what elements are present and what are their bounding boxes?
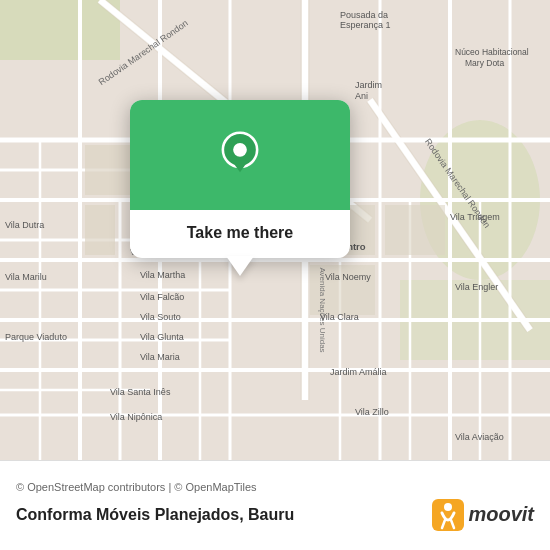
svg-rect-41 [85,205,115,255]
svg-rect-46 [385,205,445,255]
attribution-text: © OpenStreetMap contributors | © OpenMap… [16,481,534,493]
svg-text:Vila Aviação: Vila Aviação [455,432,504,442]
bottom-row: Conforma Móveis Planejados, Bauru moovit [16,499,534,531]
svg-point-79 [233,143,247,157]
card-pointer [226,256,254,276]
svg-text:Jardim Amália: Jardim Amália [330,367,387,377]
svg-text:Vila Glunta: Vila Glunta [140,332,184,342]
svg-text:Vila Dutra: Vila Dutra [5,220,44,230]
svg-text:Vila Zillo: Vila Zillo [355,407,389,417]
svg-text:Mary Dota: Mary Dota [465,58,504,68]
svg-point-83 [444,503,452,511]
svg-text:Vila Engler: Vila Engler [455,282,498,292]
take-me-there-button[interactable]: Take me there [130,210,350,258]
svg-text:Vila Souto: Vila Souto [140,312,181,322]
svg-text:Vila Triagem: Vila Triagem [450,212,500,222]
moovit-text-label: moovit [468,503,534,526]
location-card[interactable]: Take me there [130,100,350,258]
moovit-icon [432,499,464,531]
svg-text:Esperança 1: Esperança 1 [340,20,391,30]
svg-text:Jardim: Jardim [355,80,382,90]
svg-text:Pousada da: Pousada da [340,10,388,20]
svg-text:Vila Marilu: Vila Marilu [5,272,47,282]
svg-text:Vila Clara: Vila Clara [320,312,359,322]
svg-text:Vila Santa Inês: Vila Santa Inês [110,387,171,397]
place-name: Conforma Móveis Planejados, Bauru [16,506,294,524]
card-map-background [130,100,350,210]
bottom-bar: © OpenStreetMap contributors | © OpenMap… [0,460,550,550]
svg-text:Ani: Ani [355,91,368,101]
svg-text:Vila Maria: Vila Maria [140,352,180,362]
svg-text:Vila Noemy: Vila Noemy [325,272,371,282]
svg-text:Vila Nipônica: Vila Nipônica [110,412,162,422]
svg-rect-1 [0,0,120,60]
svg-text:Núceo Habitacional: Núceo Habitacional [455,47,529,57]
location-pin-icon [216,131,264,179]
svg-text:Parque Viaduto: Parque Viaduto [5,332,67,342]
moovit-logo: moovit [432,499,534,531]
svg-text:Vila Martha: Vila Martha [140,270,185,280]
svg-text:Vila Falcão: Vila Falcão [140,292,184,302]
